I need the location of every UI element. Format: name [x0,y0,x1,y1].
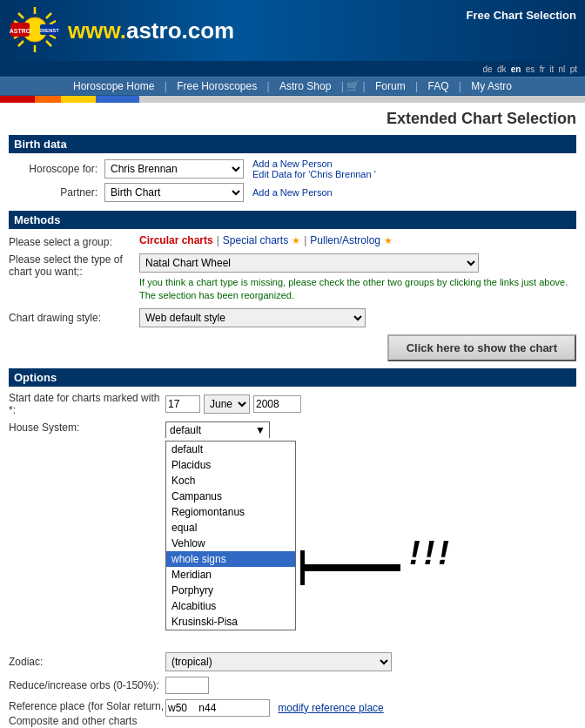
color-bar-orange [35,96,61,103]
nav-sep-4: | [363,80,366,92]
birth-data-section: Birth data Horoscope for: Chris Brennan … [9,135,576,202]
options-header: Options [9,368,576,387]
group-sep-2: | [304,234,306,246]
zodiac-select[interactable]: (tropical) [165,652,392,671]
orbs-input[interactable] [165,677,209,694]
house-dropdown-arrow: ▼ [255,424,266,436]
partner-label: Partner: [9,186,104,199]
select-group-row: Please select a group: Circular charts |… [9,234,576,248]
horoscope-form-links: Add a New Person Edit Data for 'Chris Br… [252,158,376,179]
nav-forum[interactable]: Forum [368,80,413,92]
lang-fr[interactable]: fr [540,64,545,74]
exclaim-2: ! [424,535,435,572]
chart-type-select[interactable]: Natal Chart Wheel [139,253,479,273]
nav-sep-3: | [341,80,344,92]
add-new-person-link[interactable]: Add a New Person [252,158,333,169]
svg-line-10 [50,35,56,38]
horoscope-for-label: Horoscope for: [9,163,104,175]
partner-row: Partner: Birth Chart Add a New Person [9,183,576,202]
logo-sun[interactable]: ASTRO DIENST [9,5,61,56]
circular-charts-link[interactable]: Circular charts [139,234,213,246]
select-group-label: Please select a group: [9,234,139,248]
svg-text:ASTRO: ASTRO [10,28,31,34]
lang-de[interactable]: de [482,64,492,74]
house-system-dropdown-wrap: default ▼ default Placidus Koch Campanus… [165,421,270,438]
house-system-row: House System: default ▼ default Placidus… [9,421,576,438]
nav-sep-6: | [459,80,461,92]
house-option-krusinski[interactable]: Krusinski-Pisa [166,614,295,630]
house-option-whole-signs[interactable]: whole signs [166,551,295,567]
chart-type-content: Natal Chart Wheel If you think a chart t… [139,253,576,303]
main-nav: Horoscope Home | Free Horoscopes | Astro… [0,77,585,96]
modify-ref-place-link[interactable]: modify reference place [278,702,383,714]
ref-place-input[interactable] [165,699,270,717]
color-bar [0,96,585,103]
svg-line-11 [50,21,56,24]
house-option-vehlow[interactable]: Vehlow [166,536,295,551]
lang-pt[interactable]: pt [570,64,577,74]
special-charts-star: ★ [292,235,300,246]
house-option-porphyry[interactable]: Porphyry [166,583,295,598]
zodiac-row: Zodiac: (tropical) [9,652,576,671]
lang-es[interactable]: es [526,64,535,74]
house-option-default[interactable]: default [166,442,295,457]
chart-type-row: Please select the type of chart you want… [9,253,576,303]
exclamation-marks: ! ! ! [409,535,449,572]
group-links: Circular charts | Special charts ★ | Pul… [139,234,393,246]
show-chart-button[interactable]: Click here to show the chart [387,334,576,361]
lang-nl[interactable]: nl [559,64,566,74]
lang-dk[interactable]: dk [497,64,507,74]
methods-section: Methods Please select a group: Circular … [9,211,576,361]
house-system-label: House System: [9,421,165,434]
color-bar-red [0,96,35,103]
color-bar-gray [139,96,585,103]
house-option-meridian[interactable]: Meridian [166,567,295,583]
edit-data-link[interactable]: Edit Data for 'Chris Brennan ' [252,169,376,179]
nav-sep-1: | [165,80,167,92]
house-option-koch[interactable]: Koch [166,473,295,489]
house-option-equal[interactable]: equal [166,520,295,536]
nav-horoscope-home[interactable]: Horoscope Home [66,80,161,92]
partner-add-new-person-link[interactable]: Add a New Person [252,187,333,198]
house-option-alcabitius[interactable]: Alcabitius [166,598,295,614]
color-bar-blue [96,96,139,103]
nav-free-horoscopes[interactable]: Free Horoscopes [170,80,264,92]
start-date-year-input[interactable] [253,395,301,413]
horoscope-for-select[interactable]: Chris Brennan [104,159,244,179]
color-bar-yellow [61,96,96,103]
lang-en[interactable]: en [511,64,521,74]
svg-line-8 [18,41,24,46]
house-option-placidus[interactable]: Placidus [166,457,295,473]
special-charts-link[interactable]: Special charts [223,234,288,246]
svg-line-7 [46,13,51,18]
exclaim-3: ! [438,535,449,572]
page-title: Extended Chart Selection [9,110,576,128]
start-date-month-select[interactable]: June [204,394,250,414]
exclaim-1: ! [409,535,420,572]
nav-sep-5: | [415,80,418,92]
svg-line-5 [18,13,24,18]
house-option-regiomontanus[interactable]: Regiomontanus [166,504,295,520]
orbs-row: Reduce/increase orbs (0-150%): [9,677,576,694]
lang-it[interactable]: it [549,64,554,74]
nav-faq[interactable]: FAQ [421,80,456,92]
start-date-label: Start date for charts marked with *: [9,392,165,416]
pullen-star: ★ [384,235,393,246]
house-dropdown-list[interactable]: default Placidus Koch Campanus Regiomont… [165,441,296,630]
house-option-campanus[interactable]: Campanus [166,489,295,504]
birth-data-header: Birth data [9,135,576,153]
ref-place-content: modify reference place [165,699,384,717]
house-system-selected[interactable]: default ▼ [165,421,270,438]
options-section: Options Start date for charts marked wit… [9,368,576,728]
style-select[interactable]: Web default style [139,308,366,327]
chart-btn-row: Click here to show the chart [9,334,576,361]
svg-text:DIENST: DIENST [40,28,59,33]
zodiac-label: Zodiac: [9,656,165,668]
nav-astro-shop[interactable]: Astro Shop [272,80,338,92]
partner-select[interactable]: Birth Chart [104,183,244,202]
chart-type-label: Please select the type of chart you want… [9,253,139,278]
partner-form-links: Add a New Person [252,187,333,198]
nav-my-astro[interactable]: My Astro [464,80,519,92]
pullen-astrolog-link[interactable]: Pullen/Astrolog [310,234,380,246]
start-date-day-input[interactable] [165,395,200,413]
